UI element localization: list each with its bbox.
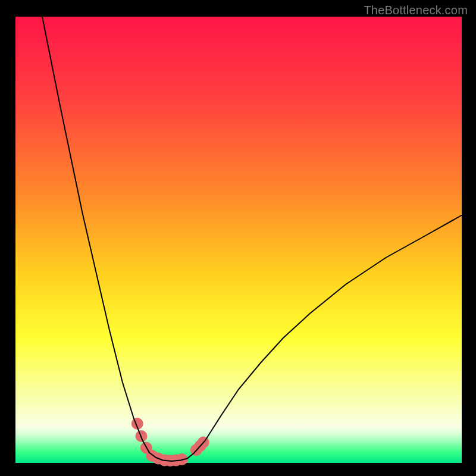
chart-background [15,17,462,463]
bottleneck-chart [0,0,476,476]
watermark-text: TheBottleneck.com [364,4,468,17]
